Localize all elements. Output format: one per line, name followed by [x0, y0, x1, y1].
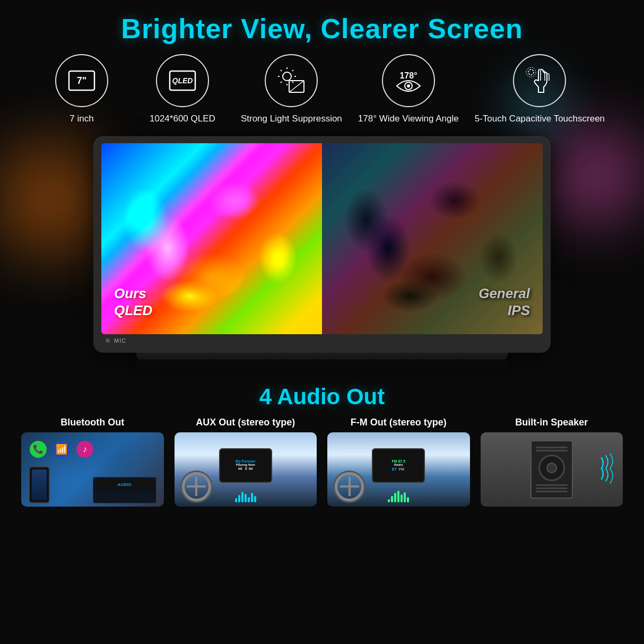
speaker-waves [598, 452, 617, 486]
screen-label-ours: Ours QLED [114, 285, 152, 319]
feature-item-touchscreen: 5-Touch Capacitive Touchscreen [475, 54, 605, 125]
soundwave-aux [235, 490, 256, 502]
monitor-bottom: MIC [101, 334, 543, 344]
feature-item-seven-inch: 7" 7 inch [39, 54, 124, 125]
audio-label-aux: AUX Out (stereo type) [196, 417, 295, 428]
monitor-reflection [136, 360, 508, 369]
monitor-outer: Ours QLED General IPS MIC [94, 137, 550, 352]
audio-label-speaker: Built-in Speaker [515, 417, 588, 428]
svg-line-10 [292, 70, 293, 71]
speaker-cone [538, 455, 565, 481]
audio-title: 4 Audio Out [259, 384, 385, 410]
svg-point-4 [283, 72, 291, 81]
audio-item-bluetooth: Bluetooth Out 📞 📶 ♪ AUDIO [21, 417, 164, 507]
feature-label-strong-light: Strong Light Suppression [241, 112, 342, 125]
screen-label-general: General IPS [478, 285, 530, 319]
svg-line-11 [281, 82, 282, 83]
audio-item-aux: AUX Out (stereo type) My Forever Playing… [175, 417, 317, 507]
monitor-section: Ours QLED General IPS MIC [94, 137, 550, 369]
mic-label: MIC [114, 337, 126, 344]
screen-left-qled: Ours QLED [101, 143, 322, 334]
feature-label-touchscreen: 5-Touch Capacitive Touchscreen [475, 112, 605, 125]
audio-row: Bluetooth Out 📞 📶 ♪ AUDIO AUX Out [0, 417, 644, 507]
svg-point-20 [526, 67, 536, 77]
svg-text:178°: 178° [399, 71, 417, 80]
audio-item-speaker: Built-in Speaker [481, 417, 623, 507]
svg-point-19 [528, 69, 534, 75]
svg-line-12 [292, 82, 293, 83]
svg-text:7": 7" [77, 75, 87, 86]
audio-label-fm: F-M Out (stereo type) [351, 417, 447, 428]
steering-wheel-aux [182, 472, 211, 501]
qled-icon: QLED [156, 54, 209, 107]
svg-text:QLED: QLED [172, 76, 193, 85]
feature-item-strong-light: Strong Light Suppression [241, 54, 342, 125]
feature-label-viewing-angle: 178° Wide Viewing Angle [358, 112, 459, 125]
features-row: 7" 7 inch QLED 1024*600 QLED [0, 54, 644, 125]
audio-item-fm: F-M Out (stereo type) FM 87.5 Radio BT F… [327, 417, 470, 507]
feature-item-qled: QLED 1024*600 QLED [140, 54, 225, 125]
audio-thumb-fm: FM 87.5 Radio BT FM [327, 432, 470, 507]
monitor-screen: Ours QLED General IPS [101, 143, 543, 334]
music-icon: ♪ [76, 441, 93, 458]
feature-label-qled: 1024*600 QLED [150, 112, 215, 125]
svg-line-14 [289, 81, 304, 92]
svg-line-9 [281, 70, 282, 71]
viewing-angle-icon: 178° [382, 54, 435, 107]
soundwave-fm [388, 490, 409, 502]
seven-inch-icon: 7" [55, 54, 108, 107]
monitor-stand [136, 352, 508, 360]
audio-thumb-speaker [481, 432, 623, 507]
feature-label-seven-inch: 7 inch [69, 112, 93, 125]
svg-point-17 [407, 84, 410, 88]
audio-thumb-aux: My Forever Playing Now ⏮ ⏸ ⏭ [175, 432, 317, 507]
touch-icon [513, 54, 566, 107]
audio-thumb-bluetooth: 📞 📶 ♪ AUDIO [21, 432, 164, 507]
steering-wheel-fm [335, 472, 364, 501]
phone-image [29, 466, 50, 503]
phone-icon: 📞 [30, 441, 47, 458]
main-title: Brighter View, Clearer Screen [121, 13, 523, 45]
strong-light-icon [265, 54, 318, 107]
stereo-image: AUDIO [93, 477, 156, 503]
feature-item-viewing-angle: 178° 178° Wide Viewing Angle [358, 54, 459, 125]
bluetooth-icon: 📶 [53, 441, 70, 458]
speaker-box [530, 440, 573, 499]
audio-label-bluetooth: Bluetooth Out [60, 417, 124, 428]
screen-right-ips: General IPS [322, 143, 543, 334]
